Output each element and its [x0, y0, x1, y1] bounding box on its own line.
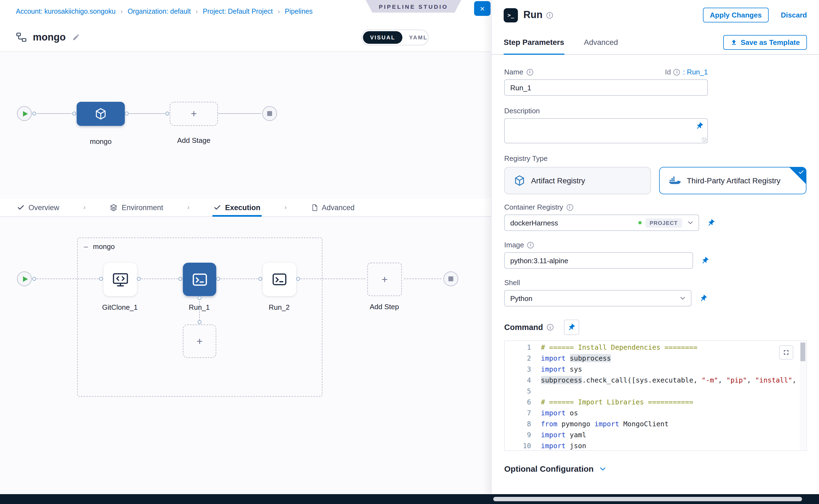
stop-icon — [267, 111, 272, 116]
command-code-editor[interactable]: 12345678910 # ====== Install Dependencie… — [504, 340, 807, 451]
terminal-icon — [191, 271, 208, 288]
add-stage-button[interactable]: + — [170, 102, 218, 126]
registry-option-artifact[interactable]: Artifact Registry — [504, 167, 651, 194]
name-label-row: Name i Id i : Run_1 — [504, 68, 708, 76]
collapse-group-icon[interactable]: – — [84, 242, 88, 251]
docker-icon — [668, 175, 681, 186]
yaml-toggle-segment[interactable]: YAML — [402, 34, 435, 40]
edit-pipeline-icon[interactable] — [72, 33, 80, 41]
description-field — [504, 118, 708, 143]
pin-icon[interactable] — [698, 292, 709, 304]
pipeline-editor: Account: kurosakiichigo.songoku › Organi… — [0, 0, 491, 494]
command-label-row: Command i — [504, 320, 806, 335]
tab-step-parameters[interactable]: Step Parameters — [504, 30, 564, 54]
pin-icon[interactable] — [699, 255, 711, 266]
stop-icon — [449, 276, 453, 281]
info-icon[interactable]: i — [566, 204, 573, 210]
terminal-glyph: >_ — [508, 12, 514, 18]
run-step-icon: >_ — [504, 8, 518, 22]
execution-end-node[interactable] — [444, 271, 458, 286]
plus-icon: + — [381, 273, 387, 285]
image-input[interactable] — [504, 252, 693, 269]
connector-port — [216, 277, 220, 281]
visual-toggle-segment[interactable]: VISUAL — [363, 31, 402, 44]
tab-advanced-panel[interactable]: Advanced — [584, 30, 618, 54]
breadcrumb-account[interactable]: Account: kurosakiichigo.songoku — [16, 8, 115, 15]
shell-select[interactable]: Python — [504, 290, 691, 306]
info-icon[interactable]: i — [674, 69, 680, 75]
breadcrumb-organization[interactable]: Organization: default — [128, 8, 191, 15]
expand-editor-button[interactable] — [779, 345, 793, 360]
connector-line — [221, 279, 258, 279]
play-icon — [23, 276, 28, 282]
stage-node-mongo[interactable] — [77, 102, 125, 126]
advanced-icon — [311, 204, 318, 211]
connector-line — [218, 113, 261, 114]
tab-execution[interactable]: Execution — [212, 198, 261, 216]
plus-icon: + — [196, 335, 202, 347]
apply-changes-button[interactable]: Apply Changes — [703, 8, 769, 22]
info-icon[interactable]: i — [547, 324, 554, 331]
connector-port — [258, 277, 262, 281]
close-panel-button[interactable]: × — [474, 1, 491, 16]
tab-environment[interactable]: Environment — [109, 198, 164, 216]
breadcrumb-pipelines[interactable]: Pipelines — [285, 8, 312, 15]
info-icon[interactable]: i — [527, 69, 533, 75]
image-label: Image i — [504, 241, 806, 249]
editor-scrollbar[interactable] — [800, 341, 806, 450]
step-label: Run_1 — [169, 303, 229, 311]
breadcrumb-project[interactable]: Project: Default Project — [203, 8, 273, 15]
panel-tabs: Step Parameters Advanced Save as Templat… — [492, 30, 819, 55]
chevron-down-icon[interactable] — [679, 294, 687, 302]
discard-button[interactable]: Discard — [781, 11, 807, 19]
pipeline-end-node[interactable] — [262, 106, 277, 121]
terminal-icon — [271, 271, 287, 287]
registry-option-third-party[interactable]: Third-Party Artifact Registry — [659, 167, 806, 194]
pin-icon[interactable] — [705, 217, 717, 228]
info-icon[interactable]: i — [546, 12, 553, 18]
description-input[interactable] — [504, 118, 708, 143]
connector-port — [125, 112, 129, 115]
resize-handle[interactable] — [702, 137, 707, 142]
chevron-right-icon: › — [83, 204, 86, 211]
step-node-gitclone-1[interactable] — [103, 263, 137, 296]
pipeline-start-node[interactable] — [17, 106, 32, 121]
tab-label: Environment — [122, 203, 163, 212]
horizontal-scrollbar-thumb[interactable] — [493, 497, 802, 501]
container-registry-row: dockerHarness PROJECT — [504, 215, 806, 231]
container-registry-select[interactable]: dockerHarness PROJECT — [504, 215, 699, 231]
check-icon — [17, 204, 25, 211]
stage-label: mongo — [71, 137, 131, 146]
chevron-right-icon: › — [187, 204, 189, 211]
description-label: Description — [504, 107, 806, 115]
tab-overview[interactable]: Overview — [16, 198, 60, 216]
play-icon — [23, 111, 28, 116]
stage-icon — [94, 107, 107, 120]
add-parallel-step-button[interactable]: + — [183, 325, 216, 358]
tab-label: Overview — [28, 203, 59, 212]
breadcrumb-separator-icon: › — [196, 8, 198, 15]
visual-yaml-toggle[interactable]: VISUAL YAML — [361, 30, 429, 45]
chevron-right-icon: › — [284, 204, 286, 211]
name-input[interactable] — [504, 79, 708, 96]
panel-title: Run — [523, 9, 543, 21]
editor-scrollbar-thumb[interactable] — [800, 343, 805, 361]
fullscreen-icon — [782, 349, 790, 356]
info-icon[interactable]: i — [527, 242, 534, 248]
connector-port — [198, 296, 201, 300]
registry-type-options: Artifact Registry Third-Party Artifact R… — [504, 167, 806, 194]
pin-button[interactable] — [564, 320, 579, 335]
execution-start-node[interactable] — [17, 271, 32, 286]
save-as-template-button[interactable]: Save as Template — [723, 35, 807, 50]
id-value[interactable]: : Run_1 — [683, 68, 708, 76]
step-node-run-1[interactable] — [183, 263, 216, 296]
chevron-down-icon[interactable] — [687, 219, 694, 227]
add-step-button[interactable]: + — [367, 263, 402, 296]
optional-configuration-toggle[interactable]: Optional Configuration — [504, 464, 806, 473]
tab-advanced[interactable]: Advanced — [309, 198, 355, 216]
step-node-run-2[interactable] — [263, 263, 296, 296]
check-icon — [798, 169, 804, 175]
breadcrumb-separator-icon: › — [278, 8, 280, 15]
connector-port — [32, 112, 36, 115]
connector-port — [72, 112, 76, 115]
